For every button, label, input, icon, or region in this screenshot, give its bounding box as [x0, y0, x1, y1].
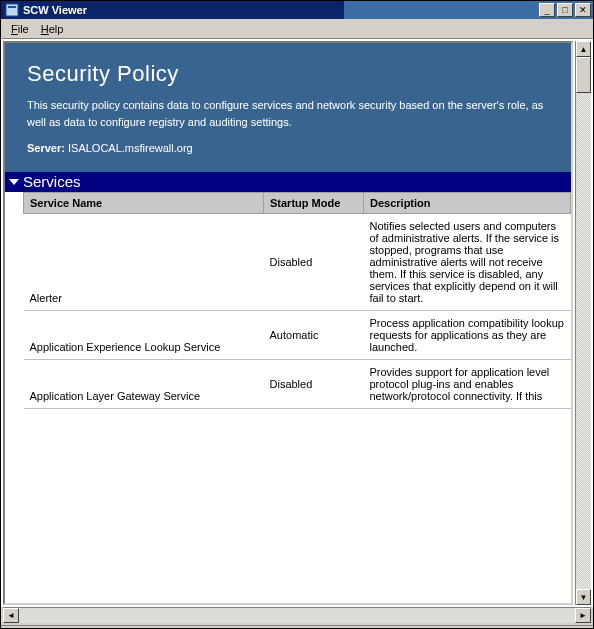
- window-titlebar: SCW Viewer _ □ ✕: [1, 1, 593, 19]
- policy-header: Security Policy This security policy con…: [5, 43, 571, 172]
- vertical-scrollbar[interactable]: ▲ ▼: [575, 41, 591, 605]
- server-line: Server: ISALOCAL.msfirewall.org: [27, 142, 549, 154]
- app-icon: [4, 2, 20, 18]
- cell-description: Process application compatibility lookup…: [364, 311, 571, 360]
- cell-startup-mode: Disabled: [264, 214, 364, 311]
- maximize-button[interactable]: □: [557, 3, 573, 17]
- table-row[interactable]: Alerter Disabled Notifies selected users…: [24, 214, 571, 311]
- scroll-thumb[interactable]: [576, 57, 591, 93]
- cell-description: Provides support for application level p…: [364, 360, 571, 409]
- svg-rect-0: [6, 4, 18, 16]
- page-title: Security Policy: [27, 61, 549, 87]
- services-table: Service Name Startup Mode Description Al…: [23, 192, 571, 409]
- cell-startup-mode: Automatic: [264, 311, 364, 360]
- window-controls: _ □ ✕: [537, 1, 593, 19]
- menubar: File Help: [1, 19, 593, 39]
- table-row[interactable]: Application Experience Lookup Service Au…: [24, 311, 571, 360]
- cell-service-name: Alerter: [24, 214, 264, 311]
- scroll-track[interactable]: [576, 57, 591, 589]
- cell-service-name: Application Experience Lookup Service: [24, 311, 264, 360]
- menu-file[interactable]: File: [5, 21, 35, 37]
- scroll-track-h[interactable]: [19, 608, 575, 623]
- collapse-icon: [9, 179, 19, 185]
- scroll-down-button[interactable]: ▼: [576, 589, 591, 605]
- services-section-header[interactable]: Services: [5, 172, 571, 192]
- close-button[interactable]: ✕: [575, 3, 591, 17]
- minimize-icon: _: [544, 5, 549, 15]
- statusbar: Done: [1, 625, 593, 629]
- page-description: This security policy contains data to co…: [27, 97, 549, 130]
- cell-service-name: Application Layer Gateway Service: [24, 360, 264, 409]
- server-label: Server:: [27, 142, 65, 154]
- server-value: ISALOCAL.msfirewall.org: [68, 142, 193, 154]
- close-icon: ✕: [579, 5, 587, 15]
- window-title: SCW Viewer: [23, 1, 537, 19]
- col-description[interactable]: Description: [364, 193, 571, 214]
- horizontal-scrollbar[interactable]: ◄ ►: [3, 607, 591, 623]
- col-startup-mode[interactable]: Startup Mode: [264, 193, 364, 214]
- cell-description: Notifies selected users and computers of…: [364, 214, 571, 311]
- menu-help[interactable]: Help: [35, 21, 70, 37]
- scroll-up-button[interactable]: ▲: [576, 41, 591, 57]
- col-service-name[interactable]: Service Name: [24, 193, 264, 214]
- minimize-button[interactable]: _: [539, 3, 555, 17]
- scroll-left-button[interactable]: ◄: [3, 608, 19, 623]
- content-area: Security Policy This security policy con…: [3, 41, 573, 605]
- maximize-icon: □: [562, 5, 567, 15]
- table-row[interactable]: Application Layer Gateway Service Disabl…: [24, 360, 571, 409]
- svg-rect-1: [8, 6, 16, 8]
- cell-startup-mode: Disabled: [264, 360, 364, 409]
- services-label: Services: [23, 173, 81, 190]
- scroll-right-button[interactable]: ►: [575, 608, 591, 623]
